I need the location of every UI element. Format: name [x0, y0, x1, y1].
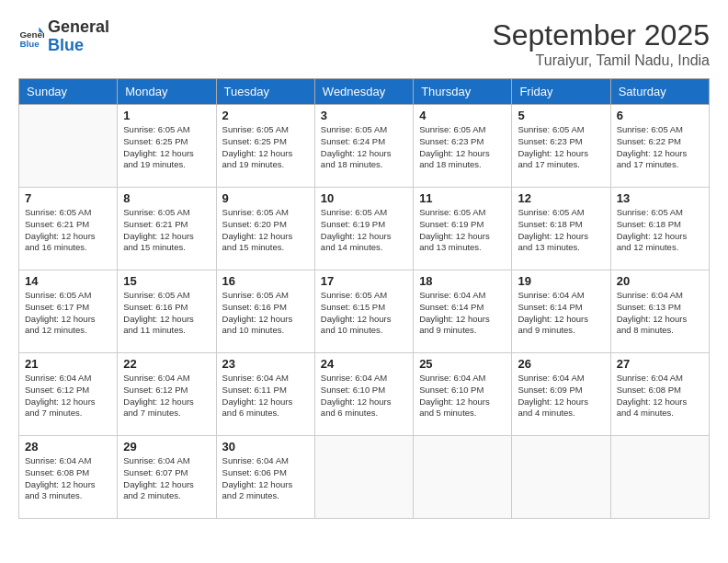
day-number: 17: [321, 274, 407, 288]
week-row-1: 7Sunrise: 6:05 AM Sunset: 6:21 PM Daylig…: [19, 188, 710, 270]
day-number: 21: [25, 357, 111, 371]
week-row-4: 28Sunrise: 6:04 AM Sunset: 6:08 PM Dayli…: [19, 436, 710, 519]
day-number: 16: [222, 274, 309, 288]
day-number: 23: [222, 357, 309, 371]
calendar-cell: [610, 436, 709, 519]
day-info: Sunrise: 6:05 AM Sunset: 6:16 PM Dayligh…: [222, 290, 309, 337]
day-info: Sunrise: 6:05 AM Sunset: 6:21 PM Dayligh…: [123, 207, 210, 254]
day-info: Sunrise: 6:04 AM Sunset: 6:10 PM Dayligh…: [321, 373, 407, 419]
day-info: Sunrise: 6:04 AM Sunset: 6:11 PM Dayligh…: [222, 373, 309, 419]
day-number: 1: [123, 109, 210, 122]
day-number: 3: [321, 109, 407, 122]
day-number: 14: [25, 274, 111, 288]
day-number: 7: [25, 191, 111, 205]
days-of-week-row: SundayMondayTuesdayWednesdayThursdayFrid…: [19, 79, 710, 105]
day-number: 26: [518, 357, 604, 371]
day-number: 30: [222, 440, 309, 454]
dow-sunday: Sunday: [19, 79, 118, 105]
day-info: Sunrise: 6:05 AM Sunset: 6:16 PM Dayligh…: [123, 290, 210, 337]
calendar-cell: 2Sunrise: 6:05 AM Sunset: 6:25 PM Daylig…: [216, 105, 314, 188]
day-number: 6: [617, 109, 703, 122]
day-number: 25: [419, 357, 506, 371]
calendar-cell: 9Sunrise: 6:05 AM Sunset: 6:20 PM Daylig…: [216, 188, 314, 270]
calendar-cell: 28Sunrise: 6:04 AM Sunset: 6:08 PM Dayli…: [19, 436, 118, 519]
calendar-cell: 29Sunrise: 6:04 AM Sunset: 6:07 PM Dayli…: [118, 436, 216, 519]
day-info: Sunrise: 6:04 AM Sunset: 6:13 PM Dayligh…: [617, 290, 703, 337]
calendar-cell: 13Sunrise: 6:05 AM Sunset: 6:18 PM Dayli…: [610, 188, 709, 270]
calendar-cell: 18Sunrise: 6:04 AM Sunset: 6:14 PM Dayli…: [414, 270, 512, 353]
day-info: Sunrise: 6:04 AM Sunset: 6:12 PM Dayligh…: [123, 373, 210, 419]
logo-icon: General Blue: [18, 24, 44, 50]
day-info: Sunrise: 6:04 AM Sunset: 6:14 PM Dayligh…: [518, 290, 604, 337]
day-info: Sunrise: 6:05 AM Sunset: 6:18 PM Dayligh…: [617, 207, 703, 254]
day-info: Sunrise: 6:04 AM Sunset: 6:07 PM Dayligh…: [123, 455, 210, 502]
calendar-cell: 4Sunrise: 6:05 AM Sunset: 6:23 PM Daylig…: [414, 105, 512, 188]
day-number: 2: [222, 109, 309, 122]
day-info: Sunrise: 6:04 AM Sunset: 6:08 PM Dayligh…: [25, 455, 111, 502]
calendar-cell: 14Sunrise: 6:05 AM Sunset: 6:17 PM Dayli…: [19, 270, 118, 353]
week-row-3: 21Sunrise: 6:04 AM Sunset: 6:12 PM Dayli…: [19, 353, 710, 436]
logo-text: General Blue: [48, 18, 109, 55]
page-header: General Blue General Blue September 2025…: [18, 18, 710, 69]
svg-text:Blue: Blue: [19, 39, 40, 49]
day-info: Sunrise: 6:04 AM Sunset: 6:08 PM Dayligh…: [617, 373, 703, 419]
calendar-cell: 24Sunrise: 6:04 AM Sunset: 6:10 PM Dayli…: [314, 353, 413, 436]
calendar-cell: 7Sunrise: 6:05 AM Sunset: 6:21 PM Daylig…: [19, 188, 118, 270]
week-row-0: 1Sunrise: 6:05 AM Sunset: 6:25 PM Daylig…: [19, 105, 710, 188]
day-number: 4: [419, 109, 506, 122]
day-number: 22: [123, 357, 210, 371]
day-number: 13: [617, 191, 703, 205]
calendar-cell: 22Sunrise: 6:04 AM Sunset: 6:12 PM Dayli…: [118, 353, 216, 436]
day-number: 29: [123, 440, 210, 454]
day-number: 12: [518, 191, 604, 205]
dow-wednesday: Wednesday: [314, 79, 413, 105]
day-info: Sunrise: 6:05 AM Sunset: 6:21 PM Dayligh…: [25, 207, 111, 254]
calendar-cell: 10Sunrise: 6:05 AM Sunset: 6:19 PM Dayli…: [314, 188, 413, 270]
calendar-cell: [19, 105, 118, 188]
dow-thursday: Thursday: [414, 79, 512, 105]
day-info: Sunrise: 6:05 AM Sunset: 6:23 PM Dayligh…: [419, 124, 506, 171]
day-number: 19: [518, 274, 604, 288]
day-info: Sunrise: 6:04 AM Sunset: 6:14 PM Dayligh…: [419, 290, 506, 337]
calendar-cell: 30Sunrise: 6:04 AM Sunset: 6:06 PM Dayli…: [216, 436, 314, 519]
calendar-cell: 8Sunrise: 6:05 AM Sunset: 6:21 PM Daylig…: [118, 188, 216, 270]
location-subtitle: Turaiyur, Tamil Nadu, India: [492, 52, 710, 69]
day-info: Sunrise: 6:05 AM Sunset: 6:15 PM Dayligh…: [321, 290, 407, 337]
dow-monday: Monday: [118, 79, 216, 105]
day-info: Sunrise: 6:05 AM Sunset: 6:18 PM Dayligh…: [518, 207, 604, 254]
day-info: Sunrise: 6:04 AM Sunset: 6:06 PM Dayligh…: [222, 455, 309, 502]
calendar-table: SundayMondayTuesdayWednesdayThursdayFrid…: [18, 78, 710, 519]
day-number: 28: [25, 440, 111, 454]
day-info: Sunrise: 6:05 AM Sunset: 6:22 PM Dayligh…: [617, 124, 703, 171]
day-info: Sunrise: 6:05 AM Sunset: 6:23 PM Dayligh…: [518, 124, 604, 171]
day-info: Sunrise: 6:04 AM Sunset: 6:10 PM Dayligh…: [419, 373, 506, 419]
calendar-cell: 26Sunrise: 6:04 AM Sunset: 6:09 PM Dayli…: [512, 353, 610, 436]
day-number: 10: [321, 191, 407, 205]
day-number: 18: [419, 274, 506, 288]
calendar-cell: 16Sunrise: 6:05 AM Sunset: 6:16 PM Dayli…: [216, 270, 314, 353]
calendar-cell: 19Sunrise: 6:04 AM Sunset: 6:14 PM Dayli…: [512, 270, 610, 353]
calendar-cell: 17Sunrise: 6:05 AM Sunset: 6:15 PM Dayli…: [314, 270, 413, 353]
day-info: Sunrise: 6:05 AM Sunset: 6:20 PM Dayligh…: [222, 207, 309, 254]
calendar-cell: [314, 436, 413, 519]
calendar-cell: 27Sunrise: 6:04 AM Sunset: 6:08 PM Dayli…: [610, 353, 709, 436]
calendar-cell: [512, 436, 610, 519]
day-info: Sunrise: 6:04 AM Sunset: 6:12 PM Dayligh…: [25, 373, 111, 419]
calendar-cell: 3Sunrise: 6:05 AM Sunset: 6:24 PM Daylig…: [314, 105, 413, 188]
month-title: September 2025: [492, 18, 710, 52]
day-info: Sunrise: 6:05 AM Sunset: 6:25 PM Dayligh…: [222, 124, 309, 171]
dow-friday: Friday: [512, 79, 610, 105]
day-number: 27: [617, 357, 703, 371]
day-info: Sunrise: 6:05 AM Sunset: 6:19 PM Dayligh…: [321, 207, 407, 254]
dow-tuesday: Tuesday: [216, 79, 314, 105]
calendar-cell: 5Sunrise: 6:05 AM Sunset: 6:23 PM Daylig…: [512, 105, 610, 188]
title-block: September 2025 Turaiyur, Tamil Nadu, Ind…: [492, 18, 710, 69]
day-number: 24: [321, 357, 407, 371]
day-info: Sunrise: 6:05 AM Sunset: 6:24 PM Dayligh…: [321, 124, 407, 171]
day-number: 15: [123, 274, 210, 288]
calendar-cell: 21Sunrise: 6:04 AM Sunset: 6:12 PM Dayli…: [19, 353, 118, 436]
calendar-cell: 1Sunrise: 6:05 AM Sunset: 6:25 PM Daylig…: [118, 105, 216, 188]
day-number: 5: [518, 109, 604, 122]
calendar-cell: 6Sunrise: 6:05 AM Sunset: 6:22 PM Daylig…: [610, 105, 709, 188]
calendar-cell: 20Sunrise: 6:04 AM Sunset: 6:13 PM Dayli…: [610, 270, 709, 353]
